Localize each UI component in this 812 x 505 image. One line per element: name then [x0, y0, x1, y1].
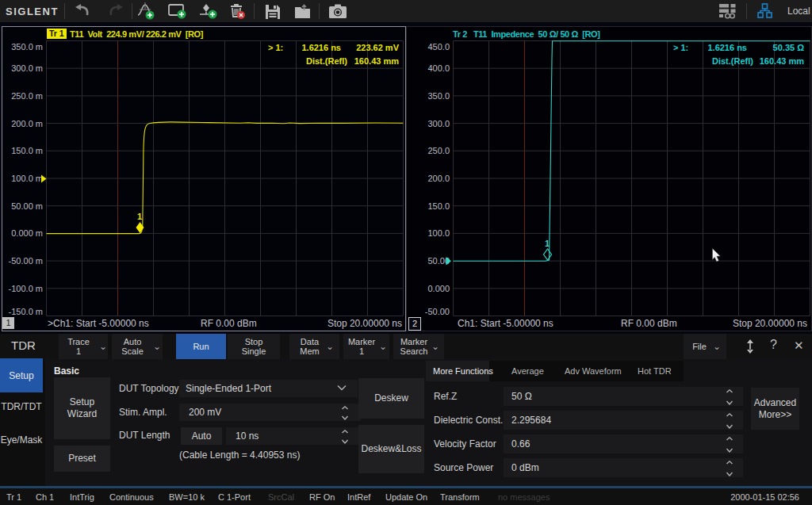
svg-text:223.62 mV: 223.62 mV: [356, 43, 399, 52]
svg-text:300.0: 300.0: [427, 119, 450, 128]
svg-text:250.0 m: 250.0 m: [11, 91, 43, 101]
svg-text:300.0 m: 300.0 m: [11, 63, 43, 73]
svg-text:350.0 m: 350.0 m: [11, 42, 43, 52]
svg-text:250.0: 250.0: [427, 146, 450, 155]
svg-text:50.35 Ω: 50.35 Ω: [773, 43, 805, 52]
svg-text:400.0: 400.0: [427, 63, 450, 73]
svg-text:1.6216 ns: 1.6216 ns: [707, 43, 747, 52]
svg-text:1: 1: [137, 212, 142, 221]
svg-text:1: 1: [545, 239, 550, 248]
svg-text:100.0 m: 100.0 m: [11, 174, 43, 183]
svg-text:> 1:: > 1:: [268, 43, 283, 52]
svg-text:160.43 mm: 160.43 mm: [354, 56, 399, 66]
svg-text:450.0: 450.0: [427, 42, 450, 52]
svg-text:50.00 m: 50.00 m: [11, 201, 43, 211]
svg-text:200.0 m: 200.0 m: [11, 119, 43, 128]
svg-text:350.0: 350.0: [427, 91, 450, 101]
svg-text:0.000: 0.000: [427, 284, 450, 293]
svg-text:> 1:: > 1:: [673, 43, 688, 52]
svg-text:100.0: 100.0: [427, 228, 450, 238]
svg-text:Dist.(Refl): Dist.(Refl): [306, 56, 347, 66]
svg-text:0.000 m: 0.000 m: [11, 228, 43, 238]
svg-text:200.0: 200.0: [427, 174, 450, 183]
svg-text:-50.00 m: -50.00 m: [9, 256, 43, 266]
svg-text:-50.00: -50.00: [425, 307, 450, 316]
svg-text:150.0 m: 150.0 m: [11, 146, 43, 155]
svg-text:Dist.(Refl): Dist.(Refl): [712, 56, 753, 66]
svg-text:-100.0 m: -100.0 m: [9, 284, 43, 293]
svg-text:150.0: 150.0: [427, 201, 450, 211]
svg-text:1.6216 ns: 1.6216 ns: [301, 43, 341, 52]
svg-text:-150.0 m: -150.0 m: [9, 307, 43, 316]
svg-text:160.43 mm: 160.43 mm: [760, 56, 804, 66]
